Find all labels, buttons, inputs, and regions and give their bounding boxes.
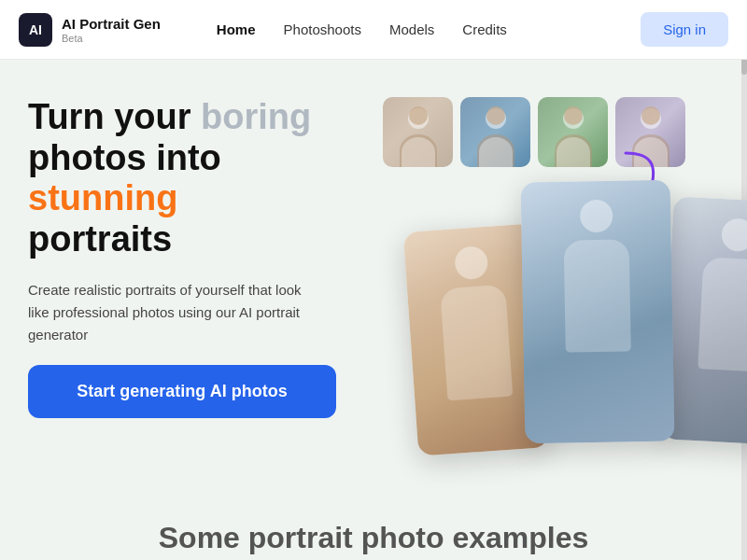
cta-button[interactable]: Start generating AI photos <box>28 365 336 418</box>
headline-part3: portraits <box>28 219 172 259</box>
signin-button[interactable]: Sign in <box>641 12 728 47</box>
logo-area: AI AI Portrait Gen Beta <box>19 13 161 47</box>
headline-stunning: stunning <box>28 178 177 217</box>
main-content: Turn your boring photos into stunning po… <box>0 60 747 508</box>
right-side <box>383 97 719 489</box>
thumbnails-row <box>383 97 719 167</box>
headline-boring: boring <box>201 97 311 136</box>
nav-models[interactable]: Models <box>389 21 434 37</box>
nav-home[interactable]: Home <box>217 21 256 37</box>
portrait-card-2 <box>521 180 675 444</box>
thumbnail-3 <box>538 97 608 167</box>
headline: Turn your boring photos into stunning po… <box>28 97 364 260</box>
nav-credits[interactable]: Credits <box>462 21 507 37</box>
hero-subtitle: Create realistic portraits of yourself t… <box>28 279 317 346</box>
thumb-person-1 <box>383 97 453 167</box>
headline-part2: photos into <box>28 138 221 177</box>
thumbnail-2 <box>460 97 530 167</box>
nav-links: Home Photoshoots Models Credits <box>217 21 641 37</box>
logo-icon: AI <box>19 13 52 47</box>
bottom-text-preview: Some portrait photo examples <box>0 504 747 560</box>
app-beta: Beta <box>62 33 161 44</box>
left-side: Turn your boring photos into stunning po… <box>28 97 364 489</box>
app-title: AI Portrait Gen <box>62 16 161 33</box>
bottom-section-heading: Some portrait photo examples <box>159 521 589 555</box>
navbar: AI AI Portrait Gen Beta Home Photoshoots… <box>0 0 747 60</box>
thumbnail-1 <box>383 97 453 167</box>
portrait-card-3 <box>661 197 747 446</box>
nav-photoshoots[interactable]: Photoshoots <box>284 21 361 37</box>
thumb-person-3 <box>538 97 608 167</box>
headline-part1: Turn your <box>28 97 201 136</box>
thumb-person-2 <box>460 97 530 167</box>
